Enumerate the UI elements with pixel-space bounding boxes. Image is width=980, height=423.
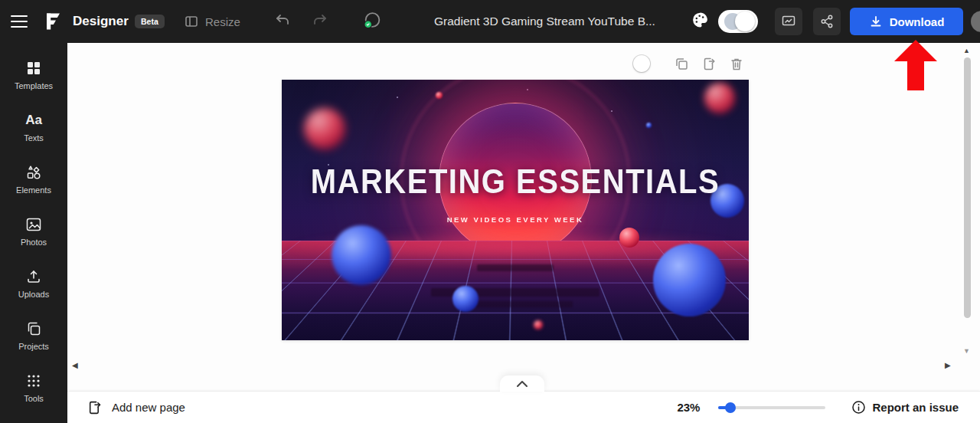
undo-button[interactable] xyxy=(273,11,292,31)
toggle-switch[interactable] xyxy=(718,10,758,33)
topbar: Designer Beta Resize Gradient 3D Gaming … xyxy=(0,0,980,43)
palette-icon xyxy=(691,11,710,30)
resize-label: Resize xyxy=(205,15,240,28)
sidebar-item-projects[interactable]: Projects xyxy=(0,319,67,371)
design-sphere-blue xyxy=(646,123,652,128)
canvas-area: MARKETING ESSENTIALS NEW VIDEOS EVERY WE… xyxy=(67,43,980,391)
duplicate-page-button[interactable] xyxy=(675,57,689,71)
beta-badge: Beta xyxy=(135,15,165,28)
sidebar-item-tools[interactable]: Tools xyxy=(0,371,67,423)
zoom-slider-knob[interactable] xyxy=(725,402,736,413)
bottombar-right-group: 23% Report an issue xyxy=(677,400,959,415)
autosave-status-icon[interactable] xyxy=(362,10,383,34)
texts-aa-icon: Aa xyxy=(25,110,42,130)
feedback-button[interactable] xyxy=(775,8,802,35)
logo-f-icon xyxy=(43,12,63,31)
templates-grid-icon xyxy=(26,58,41,78)
design-ghost-text-row xyxy=(477,264,554,271)
sidebar-item-templates[interactable]: Templates xyxy=(0,58,67,110)
add-new-page-label: Add new page xyxy=(112,401,185,414)
sidebar-item-label: Photos xyxy=(21,238,47,247)
bottombar: Add new page 23% Report an issue xyxy=(67,391,980,423)
share-button[interactable] xyxy=(813,8,841,35)
add-page-icon xyxy=(87,400,103,415)
sidebar-item-label: Texts xyxy=(24,133,44,143)
vertical-scrollbar-thumb[interactable] xyxy=(964,57,971,318)
report-issue-button[interactable]: Report an issue xyxy=(851,400,959,415)
projects-copy-icon xyxy=(26,319,41,339)
presentation-icon xyxy=(781,14,796,29)
app-name: Designer xyxy=(73,14,129,29)
zoom-value: 23% xyxy=(677,401,700,414)
sidebar-item-uploads[interactable]: Uploads xyxy=(0,267,67,319)
sidebar-item-texts[interactable]: Aa Texts xyxy=(0,110,67,162)
avatar[interactable] xyxy=(971,11,980,32)
scroll-left-arrow-icon[interactable]: ◀ xyxy=(72,362,78,369)
design-sphere-blue xyxy=(332,225,391,285)
collapse-panel-button[interactable] xyxy=(500,375,544,392)
sidebar-item-elements[interactable]: Elements xyxy=(0,162,67,215)
share-icon xyxy=(819,14,835,29)
zoom-slider[interactable] xyxy=(718,402,825,413)
design-sphere-red xyxy=(704,83,735,113)
page-toolbar xyxy=(633,55,743,72)
sidebar-item-photos[interactable]: Photos xyxy=(0,215,67,267)
download-label: Download xyxy=(890,15,945,28)
undo-icon xyxy=(273,11,292,28)
export-page-icon xyxy=(702,57,717,71)
app-logo[interactable] xyxy=(43,12,63,31)
download-icon xyxy=(869,15,883,28)
design-star xyxy=(611,110,612,112)
info-circle-icon xyxy=(851,400,866,415)
delete-page-button[interactable] xyxy=(730,57,743,71)
sidebar-item-label: Elements xyxy=(16,185,51,195)
add-new-page-button[interactable]: Add new page xyxy=(87,400,185,415)
hamburger-icon xyxy=(11,15,28,28)
sidebar: Templates Aa Texts Elements Photos Uploa… xyxy=(0,43,67,423)
design-sphere-blue xyxy=(452,286,479,312)
scroll-right-arrow-icon[interactable]: ▶ xyxy=(945,362,951,369)
sidebar-item-label: Uploads xyxy=(18,290,49,299)
design-subheadline-text[interactable]: NEW VIDEOS EVERY WEEK xyxy=(282,215,749,224)
sidebar-item-label: Projects xyxy=(18,342,49,351)
export-page-button[interactable] xyxy=(702,57,717,71)
design-sphere-red xyxy=(619,228,639,248)
redo-icon xyxy=(311,11,329,28)
design-star xyxy=(397,97,398,98)
photos-image-icon xyxy=(25,215,42,234)
sidebar-item-label: Templates xyxy=(15,81,53,90)
scroll-up-arrow-icon[interactable]: ▲ xyxy=(963,48,970,54)
duplicate-icon xyxy=(675,57,689,71)
design-sphere-red xyxy=(436,92,443,99)
download-button[interactable]: Download xyxy=(850,8,963,35)
sidebar-item-label: Tools xyxy=(24,394,44,403)
tools-dots-grid-icon xyxy=(26,371,41,391)
design-page[interactable]: MARKETING ESSENTIALS NEW VIDEOS EVERY WE… xyxy=(282,80,749,340)
design-sphere-red xyxy=(304,108,345,149)
chevron-up-icon xyxy=(516,380,528,388)
design-headline-text[interactable]: MARKETING ESSENTIALS xyxy=(282,162,749,200)
elements-shapes-icon xyxy=(25,162,42,182)
hamburger-menu-button[interactable] xyxy=(11,15,28,28)
report-issue-label: Report an issue xyxy=(872,401,959,414)
scroll-down-arrow-icon[interactable]: ▼ xyxy=(963,348,970,355)
redo-button[interactable] xyxy=(311,11,329,31)
design-sphere-blue xyxy=(653,244,726,316)
document-title[interactable]: Gradient 3D Gaming Stream YouTube B... xyxy=(434,15,655,28)
page-color-chip[interactable] xyxy=(633,55,650,72)
uploads-arrow-icon xyxy=(26,267,41,287)
design-sphere-red xyxy=(534,320,543,330)
resize-button[interactable]: Resize xyxy=(184,14,240,29)
toggle-knob-right xyxy=(735,11,755,31)
palette-button[interactable] xyxy=(691,11,710,33)
resize-icon xyxy=(184,14,199,29)
trash-icon xyxy=(730,57,743,71)
